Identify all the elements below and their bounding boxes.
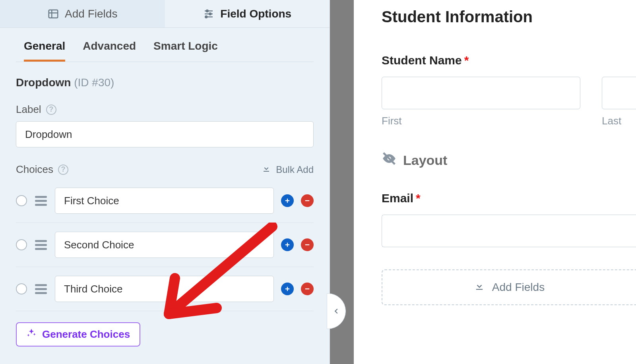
choice-row <box>16 179 314 223</box>
field-options-subtabs: General Advanced Smart Logic <box>16 28 314 62</box>
label-caption: Label <box>16 103 41 116</box>
default-choice-radio[interactable] <box>16 195 27 206</box>
choice-input[interactable] <box>55 232 274 258</box>
panel-top-tabs: Add Fields Field Options <box>0 0 330 28</box>
remove-choice-button[interactable] <box>301 194 314 207</box>
bulk-add-label: Bulk Add <box>276 164 314 175</box>
form-fields-icon <box>47 8 59 20</box>
choice-row <box>16 267 314 311</box>
form-preview-pane: Student Information Student Name * First… <box>354 0 636 364</box>
email-input[interactable] <box>382 215 636 247</box>
choice-row <box>16 223 314 267</box>
help-icon[interactable]: ? <box>58 165 68 175</box>
layout-field-heading[interactable]: Layout <box>382 151 636 169</box>
drag-handle-icon[interactable] <box>34 195 48 207</box>
download-icon <box>262 164 271 176</box>
tab-add-fields-label: Add Fields <box>65 8 117 20</box>
tab-field-options[interactable]: Field Options <box>165 0 330 27</box>
last-name-sublabel: Last <box>602 115 636 127</box>
default-choice-radio[interactable] <box>16 283 27 294</box>
bulk-add-button[interactable]: Bulk Add <box>262 164 314 176</box>
add-choice-button[interactable] <box>281 283 294 295</box>
remove-choice-button[interactable] <box>301 283 314 295</box>
drag-handle-icon[interactable] <box>34 283 48 295</box>
first-name-sublabel: First <box>382 115 580 127</box>
choice-input[interactable] <box>55 188 274 214</box>
sparkle-icon <box>26 328 37 341</box>
svg-point-8 <box>206 16 207 18</box>
name-fields-row: First Last <box>382 77 636 127</box>
subtab-smart-logic[interactable]: Smart Logic <box>153 40 218 62</box>
svg-rect-0 <box>49 10 58 18</box>
chevron-left-icon <box>332 307 341 316</box>
last-name-column: Last <box>602 77 636 127</box>
choices-caption: Choices <box>16 163 53 176</box>
add-choice-button[interactable] <box>281 194 294 207</box>
field-type-name: Dropdown <box>16 76 71 89</box>
remove-choice-button[interactable] <box>301 238 314 251</box>
email-label: Email * <box>382 192 636 205</box>
download-icon <box>474 281 485 294</box>
first-name-column: First <box>382 77 580 127</box>
tab-add-fields[interactable]: Add Fields <box>0 0 165 27</box>
student-name-label: Student Name * <box>382 54 636 67</box>
field-options-panel: Add Fields Field Options General Advance… <box>0 0 330 364</box>
required-asterisk: * <box>416 192 421 205</box>
label-section-header: Label ? <box>0 89 330 121</box>
add-choice-button[interactable] <box>281 238 294 251</box>
generate-choices-label: Generate Choices <box>42 328 130 341</box>
choices-list <box>0 179 330 311</box>
field-type-heading: Dropdown (ID #30) <box>0 62 330 89</box>
sliders-icon <box>203 8 215 20</box>
generate-choices-button[interactable]: Generate Choices <box>16 322 140 347</box>
form-title: Student Information <box>382 8 636 26</box>
svg-point-4 <box>206 10 208 12</box>
default-choice-radio[interactable] <box>16 239 27 250</box>
eye-off-icon <box>382 151 397 169</box>
drag-handle-icon[interactable] <box>34 239 48 251</box>
tab-field-options-label: Field Options <box>220 8 291 20</box>
add-fields-drop-label: Add Fields <box>492 281 545 294</box>
choice-input[interactable] <box>55 276 274 302</box>
svg-point-6 <box>209 13 211 15</box>
subtab-general[interactable]: General <box>24 40 65 62</box>
last-name-input[interactable] <box>602 77 636 109</box>
field-id-label: (ID #30) <box>74 76 114 89</box>
choices-section-header: Choices ? Bulk Add <box>0 147 330 179</box>
required-asterisk: * <box>464 54 469 67</box>
email-field-block: Email * <box>382 192 636 247</box>
help-icon[interactable]: ? <box>46 105 56 115</box>
add-fields-dropzone[interactable]: Add Fields <box>382 269 636 305</box>
field-label-input[interactable] <box>16 121 314 147</box>
first-name-input[interactable] <box>382 77 580 109</box>
subtab-advanced[interactable]: Advanced <box>83 40 136 62</box>
